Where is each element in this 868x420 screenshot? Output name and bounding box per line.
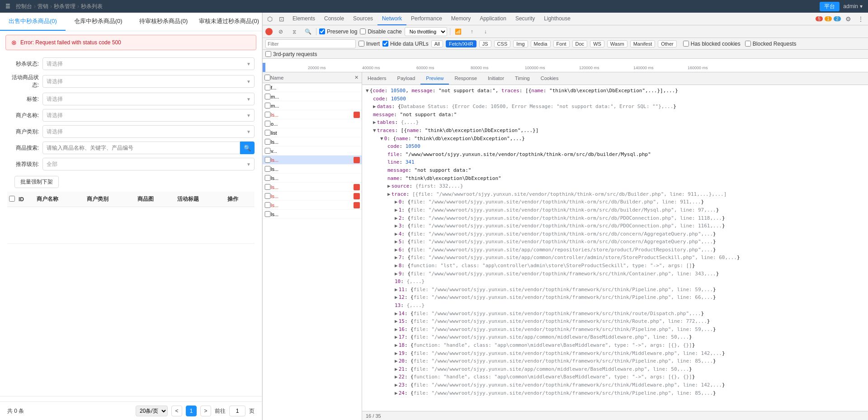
filter-type-other[interactable]: Other	[658, 40, 677, 47]
json-toggle-30[interactable]: ▶	[395, 326, 398, 334]
filter-select-recommend[interactable]: 全部	[42, 158, 255, 170]
json-toggle-0[interactable]: ▼	[366, 87, 369, 95]
req-row-3[interactable]: ls...	[263, 110, 362, 119]
net-filter-toggle-button[interactable]: ⧖	[289, 26, 300, 37]
json-toggle-38[interactable]: ▶	[395, 389, 398, 397]
req-row-8[interactable]: ls...	[263, 156, 362, 165]
devtools-more-button[interactable]: ⋮	[855, 14, 866, 24]
req-row-6[interactable]: ls...	[263, 137, 362, 146]
json-toggle-16[interactable]: ▶	[395, 214, 398, 222]
breadcrumb-item-2[interactable]: 秒杀管理	[54, 3, 75, 10]
req-row-5[interactable]: list	[263, 128, 362, 137]
filter-type-doc[interactable]: Doc	[572, 40, 588, 47]
json-toggle-36[interactable]: ▶	[395, 373, 398, 381]
product-search-input[interactable]	[42, 142, 240, 154]
filter-type-img[interactable]: Img	[513, 40, 528, 47]
pagination-next[interactable]: >	[200, 406, 211, 416]
hide-data-urls-label[interactable]: Hide data URLs	[382, 41, 429, 47]
json-toggle-32[interactable]: ▶	[395, 341, 398, 349]
filter-type-ws[interactable]: WS	[590, 40, 604, 47]
net-wifi-button[interactable]: 📶	[453, 26, 464, 37]
platform-button[interactable]: 平台	[820, 2, 840, 11]
json-toggle-12[interactable]: ▶	[387, 182, 391, 190]
tab-selling[interactable]: 出售中秒杀商品(0)	[0, 13, 66, 31]
devtools-tab-network[interactable]: Network	[377, 13, 406, 25]
json-toggle-26[interactable]: ▶	[395, 293, 398, 302]
devtools-tab-elements[interactable]: Elements	[288, 13, 320, 25]
json-toggle-23[interactable]: ▶	[395, 270, 398, 278]
filter-select-tag[interactable]: 请选择	[42, 93, 255, 105]
filter-select-status[interactable]: 请选择	[42, 57, 255, 70]
pagination-goto-input[interactable]	[229, 406, 245, 416]
third-party-checkbox[interactable]	[265, 51, 271, 57]
devtools-tab-memory[interactable]: Memory	[447, 13, 475, 25]
disable-cache-label[interactable]: Disable cache	[360, 28, 401, 35]
filter-type-css[interactable]: CSS	[494, 40, 511, 47]
devtools-tab-console[interactable]: Console	[320, 13, 349, 25]
json-toggle-22[interactable]: ▶	[395, 262, 398, 270]
preview-tab-preview[interactable]: Preview	[420, 72, 449, 85]
tab-rejected[interactable]: 审核未通过秒杀商品(0)	[196, 13, 262, 31]
filter-select-merchant-type[interactable]: 请选择	[42, 125, 255, 138]
req-row-10[interactable]: ls...	[263, 174, 362, 183]
json-toggle-37[interactable]: ▶	[395, 381, 398, 389]
hamburger-icon[interactable]: ☰	[5, 3, 10, 9]
preview-tab-response[interactable]: Response	[449, 72, 482, 85]
filter-type-media[interactable]: Media	[531, 40, 551, 47]
preview-tab-timing[interactable]: Timing	[509, 72, 535, 85]
devtools-tab-sources[interactable]: Sources	[349, 13, 377, 25]
json-toggle-13[interactable]: ▶	[387, 190, 391, 198]
preview-tab-headers[interactable]: Headers	[362, 72, 392, 85]
preserve-log-label[interactable]: Preserve log	[319, 28, 357, 35]
req-row-13[interactable]: ls...	[263, 201, 362, 210]
preview-tab-payload[interactable]: Payload	[392, 72, 421, 85]
bulk-force-off-button[interactable]: 批量强制下架	[14, 176, 59, 188]
net-search-button[interactable]: 🔍	[302, 26, 313, 37]
preview-tab-initiator[interactable]: Initiator	[482, 72, 509, 85]
page-size-select[interactable]: 20条/页	[136, 406, 168, 416]
json-toggle-34[interactable]: ▶	[395, 357, 398, 365]
json-toggle-14[interactable]: ▶	[395, 198, 398, 206]
hide-data-urls-checkbox[interactable]	[382, 41, 388, 47]
req-row-1[interactable]: m...	[263, 92, 362, 101]
select-all-checkbox[interactable]	[9, 196, 15, 202]
json-toggle-28[interactable]: ▶	[395, 310, 398, 318]
tab-pending[interactable]: 待审核秒杀商品(0)	[131, 13, 197, 31]
req-row-14[interactable]: ls...	[263, 210, 362, 219]
json-toggle-4[interactable]: ▶	[373, 118, 376, 127]
blocked-requests-label[interactable]: Blocked Requests	[745, 41, 797, 47]
json-toggle-2[interactable]: ▶	[373, 103, 376, 111]
pagination-current[interactable]: 1	[186, 406, 197, 416]
json-toggle-21[interactable]: ▶	[395, 254, 398, 262]
filter-type-all[interactable]: All	[431, 40, 443, 47]
json-toggle-29[interactable]: ▶	[395, 317, 398, 326]
net-record-button[interactable]	[265, 28, 273, 35]
network-filter-input[interactable]	[265, 39, 356, 48]
blocked-cookies-label[interactable]: Has blocked cookies	[683, 41, 741, 47]
req-row-7[interactable]: v...	[263, 146, 362, 156]
breadcrumb-item-1[interactable]: 营销	[38, 3, 48, 10]
preserve-log-checkbox[interactable]	[319, 28, 325, 34]
devtools-inspect-button[interactable]: ⬡	[264, 14, 275, 24]
json-toggle-5[interactable]: ▼	[373, 127, 376, 135]
req-row-11[interactable]: ls...	[263, 183, 362, 192]
blocked-requests-checkbox[interactable]	[745, 41, 751, 47]
devtools-tab-security[interactable]: Security	[511, 13, 539, 25]
devtools-tab-lighthouse[interactable]: Lighthouse	[539, 13, 575, 25]
tab-warehouse[interactable]: 仓库中秒杀商品(0)	[66, 13, 131, 31]
req-row-4[interactable]: o...	[263, 119, 362, 128]
admin-menu[interactable]: admin ▾	[843, 3, 863, 9]
devtools-tab-performance[interactable]: Performance	[406, 13, 447, 25]
disable-cache-checkbox[interactable]	[360, 28, 366, 34]
req-row-0[interactable]: f...	[263, 83, 362, 92]
devtools-tab-application[interactable]: Application	[475, 13, 511, 25]
req-select-all-checkbox[interactable]	[264, 75, 270, 80]
horizontal-scrollbar[interactable]	[0, 396, 262, 401]
json-toggle-33[interactable]: ▶	[395, 349, 398, 358]
json-toggle-15[interactable]: ▶	[395, 206, 398, 214]
breadcrumb-item-0[interactable]: 控制台	[16, 3, 32, 10]
filter-type-fetch-xhr[interactable]: Fetch/XHR	[446, 40, 476, 47]
filter-type-font[interactable]: Font	[553, 40, 570, 47]
preview-tab-cookies[interactable]: Cookies	[535, 72, 564, 85]
json-toggle-19[interactable]: ▶	[395, 238, 398, 246]
